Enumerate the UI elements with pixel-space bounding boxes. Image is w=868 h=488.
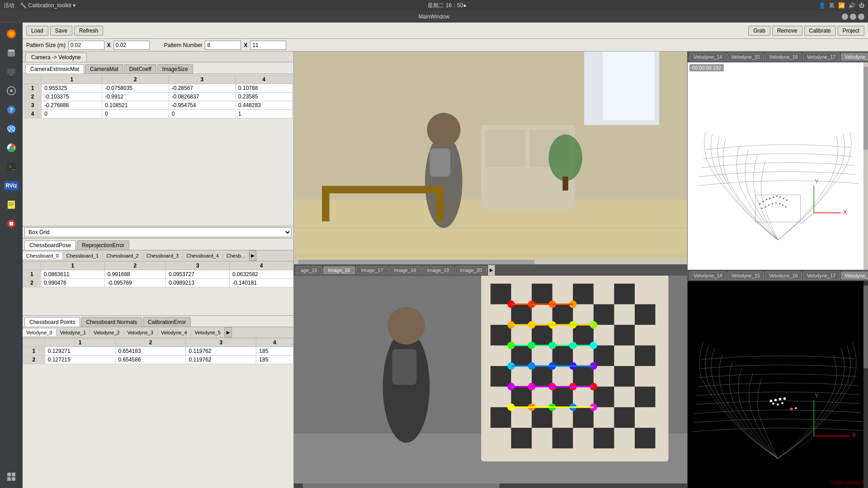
user-icon: 👤 — [819, 2, 826, 9]
activity-label: 活动 — [4, 2, 14, 9]
window-controls — [842, 14, 864, 20]
volume-icon: 🔊 — [849, 2, 855, 9]
lang-label: 英 — [829, 2, 835, 9]
minimize-button[interactable] — [842, 14, 848, 20]
close-button[interactable] — [858, 14, 864, 20]
maximize-button[interactable] — [850, 14, 856, 20]
wifi-icon: 📶 — [838, 2, 845, 9]
time-display: 星期二 16：50● — [428, 2, 466, 9]
power-icon: ⏻ — [859, 2, 864, 9]
window-title: MainWindow — [419, 14, 450, 20]
app-name: 🔧 Calibration_toolkit ▾ — [20, 2, 75, 9]
system-bar: 活动 🔧 Calibration_toolkit ▾ 星期二 16：50● 👤 … — [0, 0, 868, 11]
title-bar: MainWindow — [0, 11, 868, 23]
